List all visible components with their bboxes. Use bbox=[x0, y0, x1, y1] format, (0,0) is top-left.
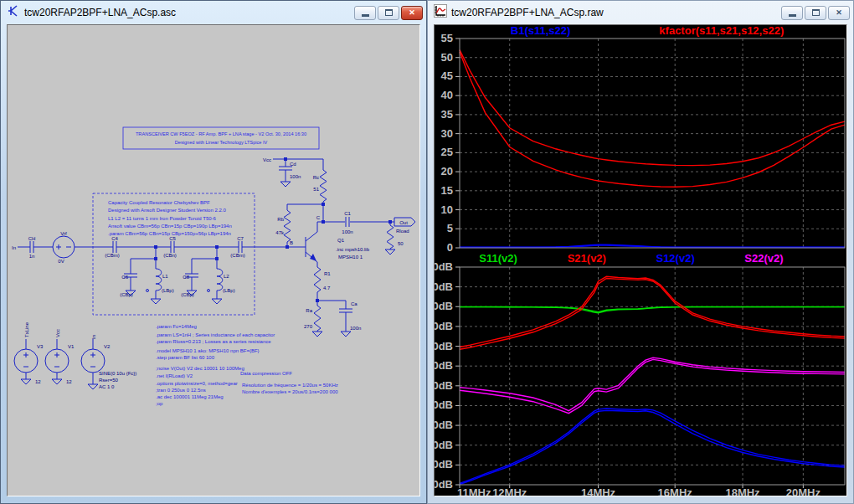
component-label: Rc bbox=[313, 175, 319, 180]
component-label: Cd bbox=[290, 162, 296, 167]
y-tick-label: 40 bbox=[441, 89, 453, 101]
component-label: Ca bbox=[351, 301, 358, 306]
annotation: Nombre d'exemples = 20us/0.1ns=200 000 bbox=[242, 389, 338, 394]
component-label: Rb bbox=[277, 217, 284, 222]
y-tick-label: -50dB bbox=[435, 399, 453, 411]
bpf-note-line: Capacity Coupled Resonator Chebyshev BPF bbox=[108, 200, 210, 205]
close-button[interactable]: ✕ bbox=[401, 6, 423, 20]
y-tick-label: 5 bbox=[447, 222, 453, 234]
bpf-note-line: Designed with Ansoft Designer Student Ve… bbox=[108, 208, 226, 213]
pane-border bbox=[460, 39, 845, 248]
junction-nodes bbox=[154, 157, 392, 302]
component-label: CH bbox=[28, 236, 36, 241]
legend-S22(v2)[interactable]: S22(v2) bbox=[744, 252, 783, 265]
bpf-note-line: Ansoft value CBm=56p CBn=15p CBp=190p LB… bbox=[108, 224, 232, 229]
bpf-note-line: L1 L2 = 11 turns 1 mm Iron Powder Toroid… bbox=[108, 216, 217, 221]
x-tick-label: 14MHz bbox=[581, 486, 616, 496]
component-label: C6 bbox=[121, 275, 128, 280]
spice-directive: .param Rloss=0.213 ; Losses as a series … bbox=[156, 339, 271, 344]
component-label: 50 bbox=[398, 241, 404, 246]
minimize-icon bbox=[362, 14, 369, 17]
spice-directive: .param Fc=14Meg bbox=[156, 324, 197, 329]
legend-S12(v2)[interactable]: S12(v2) bbox=[656, 252, 694, 265]
x-tick-label: 12MHz bbox=[492, 486, 527, 496]
waveform-doc-icon bbox=[434, 4, 447, 21]
y-tick-label: 50 bbox=[441, 51, 453, 64]
x-tick-label: 16MHz bbox=[658, 486, 693, 496]
trace-S11(v2) bbox=[460, 307, 845, 313]
waveform-canvas[interactable]: 5550454035302520151050B1(s11,s22)kfactor… bbox=[434, 24, 847, 496]
component-label: Vcc bbox=[263, 157, 271, 162]
spice-directive: .model MPSH10 1 ako: MPSH10 npn BF={BF} bbox=[156, 348, 260, 353]
component-label: SINE(0 10u {Fc}) bbox=[99, 371, 136, 376]
trace-B1(s11,s22) bbox=[460, 245, 845, 248]
component-label: V2 bbox=[104, 344, 111, 349]
component-label: L2 bbox=[224, 274, 229, 279]
close-button[interactable]: ✕ bbox=[828, 6, 850, 20]
y-tick-label: 10 bbox=[441, 203, 453, 216]
y-tick-label: 20dB bbox=[435, 260, 453, 273]
window-title: tcw20RFAP2BPF+LNA_ACsp.raw bbox=[451, 7, 781, 18]
component-label: (CBm) bbox=[230, 253, 244, 258]
y-tick-label: 0dB bbox=[435, 300, 453, 312]
annotation: Résolution de fréquence = 1/20us = 50KHz bbox=[242, 383, 338, 388]
y-tick-label: 55 bbox=[441, 32, 453, 44]
component-label: 100n bbox=[350, 326, 361, 331]
component-label: 12 bbox=[35, 379, 41, 384]
component-label: Vrf bbox=[60, 231, 67, 236]
component-label: 270 bbox=[304, 324, 313, 329]
legend-kfactor(s11,s21,s12,s22)[interactable]: kfactor(s11,s21,s12,s22) bbox=[659, 25, 784, 37]
component-label: V3 bbox=[37, 344, 44, 349]
schematic-canvas[interactable]: TRANSCEIVER CW F5EOZ - RF Amp. BPF + LNA… bbox=[7, 24, 420, 496]
trace-kfactor(s11,s21,s12,s22) bbox=[460, 50, 845, 166]
component-label: Q1 bbox=[337, 238, 345, 243]
y-tick-label: 35 bbox=[441, 108, 453, 121]
spice-directive: .ac dec 100001 11Meg 21Meg bbox=[156, 394, 224, 399]
waveform-titlebar[interactable]: tcw20RFAP2BPF+LNA_ACsp.raw ✕ bbox=[428, 1, 853, 23]
component-label: V1 bbox=[68, 344, 75, 349]
component-label: 47k bbox=[275, 230, 285, 235]
component-label: Rload bbox=[396, 229, 409, 234]
y-tick-label: -70dB bbox=[435, 439, 453, 451]
restore-button[interactable] bbox=[378, 6, 399, 20]
spice-directive: .net I(RLoad) V2 bbox=[156, 373, 193, 378]
component-label: MPSH10 1 bbox=[338, 255, 363, 260]
y-tick-label: 30 bbox=[441, 127, 453, 140]
component-label: B bbox=[290, 240, 293, 245]
legend-S11(v2)[interactable]: S11(v2) bbox=[479, 252, 517, 265]
wires bbox=[14, 157, 415, 389]
schematic-titlebar[interactable]: tcw20RFAP2BPF+LNA_ACsp.asc ✕ bbox=[1, 1, 426, 23]
restore-icon bbox=[812, 9, 820, 16]
minimize-icon bbox=[789, 14, 796, 17]
y-tick-label: 10dB bbox=[435, 280, 453, 293]
component-label: In bbox=[91, 335, 96, 339]
component-label: C5 bbox=[169, 236, 176, 241]
y-tick-label: -90dB bbox=[435, 478, 453, 491]
title-block-line: Designed with Linear Technology LTSpice … bbox=[175, 140, 268, 145]
legend-B1(s11,s22)[interactable]: B1(s11,s22) bbox=[511, 25, 571, 37]
spice-directive: .step param BF list 60 100 bbox=[156, 355, 215, 360]
legend-S21(v2)[interactable]: S21(v2) bbox=[568, 252, 606, 265]
trace-S12(v2) bbox=[460, 410, 845, 484]
restore-icon bbox=[385, 9, 393, 16]
schematic-window[interactable]: tcw20RFAP2BPF+LNA_ACsp.asc ✕ bbox=[0, 0, 427, 504]
component-label: 100n bbox=[290, 174, 301, 179]
y-tick-label: -40dB bbox=[435, 379, 453, 392]
y-tick-label: 25 bbox=[441, 146, 453, 158]
component-label: C1 bbox=[344, 211, 351, 216]
component-label: C4 bbox=[111, 236, 118, 241]
spice-directive: .options plotwinsize=0, method=gear bbox=[156, 381, 238, 386]
component-label: 1n bbox=[29, 254, 35, 259]
x-tick-label: 18MHz bbox=[725, 486, 760, 496]
minimize-button[interactable] bbox=[354, 6, 376, 20]
schematic-doc-icon bbox=[7, 4, 20, 21]
component-label: 51 bbox=[313, 187, 319, 192]
trace-S21(v2) bbox=[460, 279, 845, 350]
minimize-button[interactable] bbox=[781, 6, 803, 20]
component-label: (CBn) bbox=[163, 253, 177, 258]
component-label: (CBp) bbox=[120, 292, 133, 297]
component-label: 12 bbox=[66, 379, 72, 384]
waveform-window[interactable]: tcw20RFAP2BPF+LNA_ACsp.raw ✕ 55504540353… bbox=[427, 0, 854, 504]
component-label: TxLine bbox=[24, 321, 29, 337]
restore-button[interactable] bbox=[805, 6, 826, 20]
